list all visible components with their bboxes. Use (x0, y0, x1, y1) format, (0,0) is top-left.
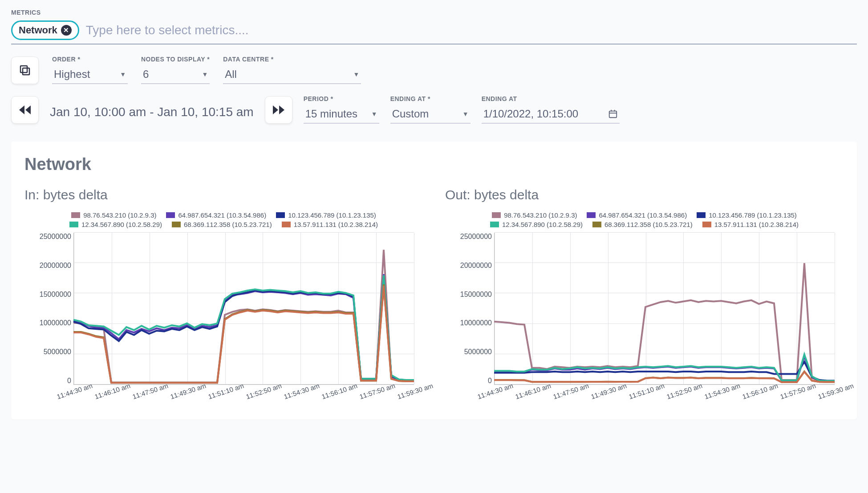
nodes-select[interactable]: 6 ▼ (141, 65, 210, 84)
datacentre-value: All (225, 68, 237, 81)
copy-button[interactable] (11, 57, 39, 84)
x-axis: 11:44:30 am11:46:10 am11:47:50 am11:49:3… (494, 385, 835, 402)
legend-swatch (702, 222, 711, 227)
legend-label: 12.34.567.890 (10.2.58.29) (81, 221, 162, 228)
y-axis: 0500000010000000150000002000000025000000 (445, 233, 492, 385)
series-line (73, 274, 414, 380)
charts-panel: Network In: bytes delta 98.76.543.210 (1… (11, 141, 857, 420)
svg-marker-4 (273, 105, 278, 114)
svg-marker-5 (279, 105, 284, 114)
legend-swatch (69, 222, 78, 227)
chart-in-bytes: In: bytes delta 98.76.543.210 (10.2.9.3)… (24, 187, 423, 402)
chart-title: In: bytes delta (24, 187, 423, 202)
metrics-section-label: METRICS (11, 9, 857, 16)
ending-at-type-value: Custom (392, 108, 429, 120)
chevron-down-icon: ▼ (462, 110, 469, 117)
legend-swatch (592, 222, 601, 227)
svg-marker-3 (25, 105, 31, 114)
legend-label: 10.123.456.789 (10.1.23.135) (709, 211, 797, 219)
chart-lines (494, 233, 835, 385)
legend-swatch (492, 212, 501, 218)
legend-swatch (490, 222, 499, 227)
svg-rect-0 (23, 68, 29, 75)
ending-at-type-label: ENDING AT * (390, 95, 471, 102)
time-range-label: Jan 10, 10:00 am - Jan 10, 10:15 am (50, 105, 254, 124)
svg-marker-2 (19, 105, 24, 114)
legend-swatch (587, 212, 596, 218)
chart-lines (73, 233, 414, 385)
chart-out-bytes: Out: bytes delta 98.76.543.210 (10.2.9.3… (445, 187, 844, 402)
plot-area: 0500000010000000150000002000000025000000… (494, 233, 835, 402)
legend-label: 98.76.543.210 (10.2.9.3) (83, 211, 156, 219)
legend-label: 10.123.456.789 (10.1.23.135) (288, 211, 376, 219)
rewind-icon (18, 105, 32, 115)
legend-label: 13.57.911.131 (10.2.38.214) (714, 221, 799, 228)
panel-title: Network (24, 155, 844, 174)
x-axis: 11:44:30 am11:46:10 am11:47:50 am11:49:3… (73, 385, 414, 402)
series-line (494, 263, 835, 381)
time-row: Jan 10, 10:00 am - Jan 10, 10:15 am PERI… (11, 95, 857, 124)
ending-at-date-label: ENDING AT (482, 95, 620, 102)
period-label: PERIOD * (304, 95, 379, 102)
chart-title: Out: bytes delta (445, 187, 844, 202)
metrics-filter-row: Network ✕ (11, 20, 857, 44)
next-button[interactable] (265, 96, 292, 124)
legend-swatch (71, 212, 80, 218)
legend-item[interactable]: 12.34.567.890 (10.2.58.29) (490, 221, 583, 228)
period-field: PERIOD * 15 minutes ▼ (304, 95, 379, 124)
nodes-field: NODES TO DISPLAY * 6 ▼ (141, 56, 210, 84)
ending-at-date-input[interactable]: 1/10/2022, 10:15:00 (482, 105, 620, 124)
period-select[interactable]: 15 minutes ▼ (304, 105, 379, 124)
legend-item[interactable]: 64.987.654.321 (10.3.54.986) (166, 211, 266, 219)
close-icon[interactable]: ✕ (61, 25, 72, 36)
svg-rect-1 (20, 66, 27, 73)
plot-area: 0500000010000000150000002000000025000000… (73, 233, 414, 402)
chevron-down-icon: ▼ (353, 71, 359, 78)
period-value: 15 minutes (305, 108, 357, 120)
legend-item[interactable]: 64.987.654.321 (10.3.54.986) (587, 211, 687, 219)
chevron-down-icon: ▼ (371, 110, 377, 117)
legend-item[interactable]: 12.34.567.890 (10.2.58.29) (69, 221, 162, 228)
nodes-label: NODES TO DISPLAY * (141, 56, 210, 63)
legend: 98.76.543.210 (10.2.9.3)64.987.654.321 (… (24, 211, 423, 228)
legend-label: 68.369.112.358 (10.5.23.721) (184, 221, 272, 228)
legend-item[interactable]: 98.76.543.210 (10.2.9.3) (492, 211, 577, 219)
legend-item[interactable]: 13.57.911.131 (10.2.38.214) (282, 221, 378, 228)
ending-at-type-select[interactable]: Custom ▼ (390, 105, 471, 124)
metric-chip-network[interactable]: Network ✕ (11, 20, 79, 40)
order-label: ORDER * (52, 56, 128, 63)
legend-item[interactable]: 68.369.112.358 (10.5.23.721) (592, 221, 693, 228)
ending-at-date-value: 1/10/2022, 10:15:00 (483, 108, 579, 120)
legend-item[interactable]: 13.57.911.131 (10.2.38.214) (702, 221, 799, 228)
svg-rect-6 (609, 111, 617, 118)
legend-swatch (166, 212, 175, 218)
legend-swatch (172, 222, 181, 227)
legend-label: 12.34.567.890 (10.2.58.29) (502, 221, 583, 228)
legend-item[interactable]: 10.123.456.789 (10.1.23.135) (697, 211, 797, 219)
legend-swatch (697, 212, 706, 218)
datacentre-field: DATA CENTRE * All ▼ (223, 56, 361, 84)
order-select[interactable]: Highest ▼ (52, 65, 128, 84)
legend-label: 64.987.654.321 (10.3.54.986) (599, 211, 687, 219)
charts-grid: In: bytes delta 98.76.543.210 (10.2.9.3)… (24, 187, 844, 402)
chevron-down-icon: ▼ (120, 71, 126, 78)
order-field: ORDER * Highest ▼ (52, 56, 128, 84)
ending-at-date-field: ENDING AT 1/10/2022, 10:15:00 (482, 95, 620, 124)
series-line (73, 275, 414, 380)
prev-button[interactable] (11, 96, 39, 124)
y-axis: 0500000010000000150000002000000025000000 (24, 233, 71, 385)
legend-item[interactable]: 98.76.543.210 (10.2.9.3) (71, 211, 156, 219)
series-line (73, 250, 414, 382)
legend-item[interactable]: 68.369.112.358 (10.5.23.721) (172, 221, 272, 228)
order-value: Highest (54, 68, 90, 81)
legend-item[interactable]: 10.123.456.789 (10.1.23.135) (276, 211, 376, 219)
controls-row-1: ORDER * Highest ▼ NODES TO DISPLAY * 6 ▼… (11, 56, 857, 84)
legend: 98.76.543.210 (10.2.9.3)64.987.654.321 (… (445, 211, 844, 228)
legend-label: 98.76.543.210 (10.2.9.3) (504, 211, 577, 219)
nodes-value: 6 (143, 68, 149, 81)
legend-label: 68.369.112.358 (10.5.23.721) (604, 221, 693, 228)
fast-forward-icon (272, 105, 285, 115)
datacentre-select[interactable]: All ▼ (223, 65, 361, 84)
metric-chip-label: Network (19, 24, 57, 36)
metrics-input[interactable] (86, 23, 857, 37)
